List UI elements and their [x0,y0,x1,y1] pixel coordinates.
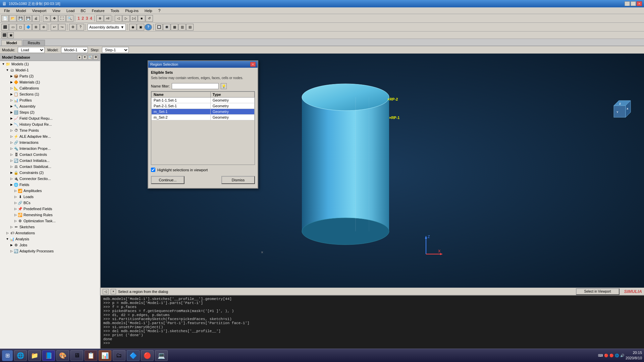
tb-part1[interactable]: 🔲 [155,24,163,31]
tb-zoom[interactable]: 🔍 [66,15,73,22]
tb-edges[interactable]: ▭ [9,24,16,31]
menu-file[interactable]: File [1,8,13,13]
tree-item-calibrations[interactable]: ▷ 📐 Calibrations [0,85,100,91]
tree-item-connectorsection[interactable]: ▷ 🔌 Connector Sectio... [0,176,100,182]
tree-item-model1[interactable]: ▼ 🗂 Model-1 [0,67,100,73]
tb-datum[interactable]: ⊕ [40,24,47,31]
highlight-checkbox[interactable] [151,168,155,172]
tree-item-sketches[interactable]: ▷ ✏ Sketches [0,224,100,230]
tree-item-models[interactable]: ▼ 📁 Models (1) [0,61,100,67]
taskbar-app-record[interactable]: 🔴 [141,350,154,361]
model-select[interactable]: Model-1 [61,47,88,53]
viewport-nav-right[interactable]: × [111,289,116,294]
tree-item-predefined[interactable]: ▷ 📌 Predefined Fields [0,206,100,212]
maximize-button[interactable]: □ [631,1,636,6]
tb-part4[interactable]: ▥ [178,24,186,31]
tree-item-loads[interactable]: ▷ ⬇ Loads [0,194,100,200]
menu-model[interactable]: Model [13,8,29,13]
minimize-button[interactable]: _ [625,1,630,6]
viewport[interactable]: ×RP-1 ×RP-2 Z X [101,54,644,288]
tree-item-fields[interactable]: ▶ 🌐 Fields [0,182,100,188]
tb-open[interactable]: 📂 [9,15,16,22]
tab-model[interactable]: Model [1,40,22,46]
taskbar-app-ppt[interactable]: 📊 [99,350,111,361]
tree-item-fieldoutput[interactable]: ▶ 📈 Field Output Requ... [0,115,100,121]
tree-item-interactions[interactable]: ▷ 🔗 Interactions [0,139,100,145]
taskbar-app-cmd[interactable]: 🖥 [70,350,83,361]
tb-reset[interactable]: ⊕ [96,15,104,22]
continue-button[interactable]: Continue... [151,176,184,184]
tb-query[interactable]: ? [77,24,84,31]
tb-redo[interactable]: ↪ [58,24,66,31]
tb-part3[interactable]: ▦ [171,24,178,31]
tb-rotate[interactable]: ↻ [43,15,50,22]
tb-part5[interactable]: ▤ [186,24,194,31]
table-row[interactable]: Part-2-1.Set-1Geometry [152,103,255,109]
taskbar-app-powershell[interactable]: 📘 [42,350,55,361]
tb-save2[interactable]: 💾 [24,15,32,22]
tb-all[interactable]: All [104,15,111,22]
tb-viewp[interactable]: ▣ [8,32,14,38]
tb-play[interactable]: ▷| [130,15,138,22]
tree-icon-down[interactable]: ▼ [83,55,87,60]
name-filter-input[interactable] [172,83,219,89]
tree-item-amplitudes[interactable]: ▷ 📶 Amplitudes [0,188,100,194]
tb-view2[interactable]: ▣ [137,24,144,31]
select-viewport-button[interactable]: Select in Viewport [576,288,620,295]
tb-cells[interactable]: 🔷 [24,24,32,31]
tree-area[interactable]: ▼ 📁 Models (1) ▼ 🗂 Model-1 ▶ 📦 Parts (2) [0,61,100,349]
tb-vertices[interactable]: ⬛ [1,24,9,31]
num-4[interactable]: 4 [89,16,93,21]
tree-item-contactinit[interactable]: ▷ 🔄 Contact Initializa... [0,158,100,164]
filter-icon-btn[interactable]: 💡 [221,83,227,89]
tree-icon-filter[interactable]: 🔍 [88,55,93,60]
menu-feature[interactable]: Feature [89,8,107,13]
viewport-nav-left[interactable]: ◁ [103,289,109,294]
tb-part2[interactable]: 🔳 [163,24,170,31]
taskbar-app-abaqus[interactable]: 🔷 [127,350,140,361]
menu-load[interactable]: Load [64,8,77,13]
taskbar-app-explorer[interactable]: 📁 [28,350,41,361]
table-row[interactable]: Part-1-1.Set-1Geometry [152,98,255,103]
python-console[interactable]: mdb.models['Model-1'].sketches['__profil… [101,295,644,349]
tree-item-assembly[interactable]: ▶ 🔧 Assembly [0,103,100,109]
taskbar-app-files[interactable]: 🗂 [113,350,125,361]
menu-bc[interactable]: BC [78,8,88,13]
step-select[interactable]: Step-1 [102,47,129,53]
tb-next[interactable]: ▷ [122,15,130,22]
tree-item-sections[interactable]: ▶ 📋 Sections (1) [0,91,100,97]
taskbar-app-task[interactable]: 📋 [85,350,97,361]
tb-undo[interactable]: ↩ [51,24,58,31]
tree-item-opttask[interactable]: ▷ ⚙ Optimization Task... [0,218,100,224]
menu-view[interactable]: View [50,8,63,13]
tree-item-adaptivity[interactable]: ▷ 🔄 Adaptivity Processes [0,248,100,254]
tree-item-bcs[interactable]: ▷ 🔗 BCs [0,200,100,206]
num-3[interactable]: 3 [85,16,89,21]
tree-item-materials[interactable]: ▶ 🔶 Materials (1) [0,79,100,85]
taskbar-app-other[interactable]: 💻 [155,350,168,361]
tb-loop[interactable]: ↺ [146,15,153,22]
tb-mesh[interactable]: ⊞ [32,24,40,31]
tree-item-profiles[interactable]: ▷ 📊 Profiles [0,97,100,103]
menu-help-icon[interactable]: ? [156,8,163,13]
tb-prev[interactable]: ◁ [115,15,122,22]
tb-options[interactable]: ⚙ [69,24,76,31]
taskbar-app-settings[interactable]: 🎨 [56,350,69,361]
tb-move[interactable]: ✥ [51,15,58,22]
tree-item-steps[interactable]: ▶ 🔢 Steps (2) [0,109,100,115]
tree-item-annotations[interactable]: ▷ 🏷 Annotations [0,230,100,236]
tree-item-analysis[interactable]: ▼ 📊 Analysis [0,236,100,242]
menu-plugins[interactable]: Plug-ins [122,8,141,13]
close-marker[interactable]: × [261,250,263,255]
tb-help[interactable]: ? [145,24,152,31]
region-dialog-close[interactable]: × [250,62,256,67]
sets-table-container[interactable]: Name Type Part-1-1.Set-1GeometryPart-2-1… [151,91,255,165]
tree-item-parts[interactable]: ▶ 📦 Parts (2) [0,73,100,79]
tree-icon-settings[interactable]: ⚙ [93,55,98,60]
num-2[interactable]: 2 [81,16,85,21]
tb-save[interactable]: 💾 [17,15,24,22]
tab-results[interactable]: Results [23,40,45,46]
tree-item-jobs[interactable]: ▶ ⚙ Jobs [0,242,100,248]
tb-faces[interactable]: ◻ [17,24,24,31]
tree-icon-up[interactable]: ▲ [77,55,82,60]
